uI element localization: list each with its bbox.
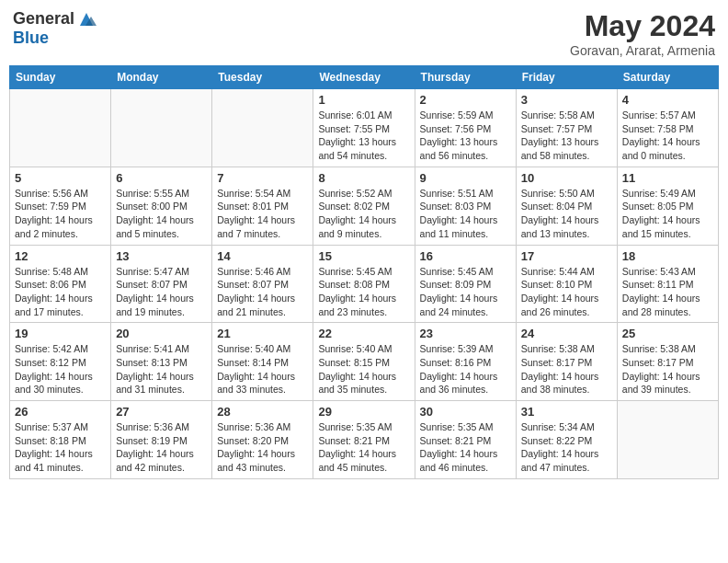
col-tuesday: Tuesday [212, 66, 313, 89]
calendar-week-row: 1Sunrise: 6:01 AMSunset: 7:55 PMDaylight… [10, 89, 719, 167]
day-number: 16 [420, 249, 511, 263]
day-info: Sunrise: 5:49 AMSunset: 8:05 PMDaylight:… [622, 187, 713, 241]
day-info: Sunrise: 5:44 AMSunset: 8:10 PMDaylight:… [521, 265, 612, 319]
day-info: Sunrise: 5:37 AMSunset: 8:18 PMDaylight:… [15, 420, 106, 475]
calendar-week-row: 5Sunrise: 5:56 AMSunset: 7:59 PMDaylight… [10, 167, 719, 245]
day-info: Sunrise: 5:36 AMSunset: 8:20 PMDaylight:… [217, 420, 308, 475]
logo-text-blue: Blue [13, 29, 97, 48]
table-row [111, 89, 212, 167]
day-info: Sunrise: 5:55 AMSunset: 8:00 PMDaylight:… [116, 187, 207, 241]
calendar-header-row: Sunday Monday Tuesday Wednesday Thursday… [10, 66, 719, 89]
day-info: Sunrise: 5:41 AMSunset: 8:13 PMDaylight:… [116, 342, 207, 396]
day-number: 10 [521, 171, 612, 185]
day-number: 22 [318, 327, 409, 340]
table-row: 6Sunrise: 5:55 AMSunset: 8:00 PMDaylight… [111, 167, 212, 245]
day-info: Sunrise: 5:38 AMSunset: 8:17 PMDaylight:… [521, 342, 612, 396]
table-row: 2Sunrise: 5:59 AMSunset: 7:56 PMDaylight… [415, 89, 516, 167]
col-thursday: Thursday [415, 66, 516, 89]
day-info: Sunrise: 5:57 AMSunset: 7:58 PMDaylight:… [622, 109, 713, 163]
day-info: Sunrise: 5:50 AMSunset: 8:04 PMDaylight:… [521, 187, 612, 241]
day-number: 2 [420, 93, 511, 107]
day-number: 18 [622, 249, 713, 263]
day-number: 7 [217, 171, 308, 185]
table-row: 4Sunrise: 5:57 AMSunset: 7:58 PMDaylight… [617, 89, 718, 167]
table-row: 8Sunrise: 5:52 AMSunset: 8:02 PMDaylight… [313, 167, 415, 245]
table-row: 12Sunrise: 5:48 AMSunset: 8:06 PMDayligh… [10, 245, 111, 323]
day-info: Sunrise: 5:45 AMSunset: 8:08 PMDaylight:… [318, 265, 409, 319]
day-info: Sunrise: 5:52 AMSunset: 8:02 PMDaylight:… [318, 187, 409, 241]
table-row: 19Sunrise: 5:42 AMSunset: 8:12 PMDayligh… [10, 323, 111, 401]
title-block: May 2024 Goravan, Ararat, Armenia [570, 9, 715, 58]
day-info: Sunrise: 6:01 AMSunset: 7:55 PMDaylight:… [318, 109, 409, 163]
day-info: Sunrise: 5:40 AMSunset: 8:15 PMDaylight:… [318, 342, 409, 396]
table-row: 29Sunrise: 5:35 AMSunset: 8:21 PMDayligh… [313, 401, 415, 479]
day-info: Sunrise: 5:47 AMSunset: 8:07 PMDaylight:… [116, 265, 207, 319]
day-number: 21 [217, 327, 308, 340]
table-row: 31Sunrise: 5:34 AMSunset: 8:22 PMDayligh… [516, 401, 617, 479]
day-number: 24 [521, 327, 612, 340]
col-sunday: Sunday [10, 66, 111, 89]
table-row: 23Sunrise: 5:39 AMSunset: 8:16 PMDayligh… [415, 323, 516, 401]
day-number: 15 [318, 249, 409, 263]
day-info: Sunrise: 5:56 AMSunset: 7:59 PMDaylight:… [15, 187, 106, 241]
day-number: 14 [217, 249, 308, 263]
day-number: 29 [318, 405, 409, 419]
table-row [10, 89, 111, 167]
day-number: 9 [420, 171, 511, 185]
table-row: 15Sunrise: 5:45 AMSunset: 8:08 PMDayligh… [313, 245, 415, 323]
table-row: 25Sunrise: 5:38 AMSunset: 8:17 PMDayligh… [617, 323, 718, 401]
table-row: 11Sunrise: 5:49 AMSunset: 8:05 PMDayligh… [617, 167, 718, 245]
day-number: 28 [217, 405, 308, 419]
table-row: 27Sunrise: 5:36 AMSunset: 8:19 PMDayligh… [111, 401, 212, 479]
day-number: 31 [521, 405, 612, 419]
day-info: Sunrise: 5:42 AMSunset: 8:12 PMDaylight:… [15, 342, 106, 396]
subtitle: Goravan, Ararat, Armenia [570, 43, 715, 58]
table-row: 14Sunrise: 5:46 AMSunset: 8:07 PMDayligh… [212, 245, 313, 323]
day-number: 8 [318, 171, 409, 185]
table-row: 28Sunrise: 5:36 AMSunset: 8:20 PMDayligh… [212, 401, 313, 479]
table-row: 26Sunrise: 5:37 AMSunset: 8:18 PMDayligh… [10, 401, 111, 479]
table-row: 13Sunrise: 5:47 AMSunset: 8:07 PMDayligh… [111, 245, 212, 323]
table-row: 17Sunrise: 5:44 AMSunset: 8:10 PMDayligh… [516, 245, 617, 323]
day-number: 27 [116, 405, 207, 419]
calendar-week-row: 12Sunrise: 5:48 AMSunset: 8:06 PMDayligh… [10, 245, 719, 323]
day-info: Sunrise: 5:34 AMSunset: 8:22 PMDaylight:… [521, 420, 612, 475]
day-info: Sunrise: 5:46 AMSunset: 8:07 PMDaylight:… [217, 265, 308, 319]
day-number: 12 [15, 249, 106, 263]
table-row: 5Sunrise: 5:56 AMSunset: 7:59 PMDaylight… [10, 167, 111, 245]
day-number: 20 [116, 327, 207, 340]
col-saturday: Saturday [617, 66, 718, 89]
table-row: 1Sunrise: 6:01 AMSunset: 7:55 PMDaylight… [313, 89, 415, 167]
day-info: Sunrise: 5:54 AMSunset: 8:01 PMDaylight:… [217, 187, 308, 241]
day-info: Sunrise: 5:39 AMSunset: 8:16 PMDaylight:… [420, 342, 511, 396]
table-row [212, 89, 313, 167]
table-row: 18Sunrise: 5:43 AMSunset: 8:11 PMDayligh… [617, 245, 718, 323]
day-info: Sunrise: 5:45 AMSunset: 8:09 PMDaylight:… [420, 265, 511, 319]
day-number: 3 [521, 93, 612, 107]
table-row: 20Sunrise: 5:41 AMSunset: 8:13 PMDayligh… [111, 323, 212, 401]
table-row: 24Sunrise: 5:38 AMSunset: 8:17 PMDayligh… [516, 323, 617, 401]
day-number: 19 [15, 327, 106, 340]
table-row: 22Sunrise: 5:40 AMSunset: 8:15 PMDayligh… [313, 323, 415, 401]
table-row: 3Sunrise: 5:58 AMSunset: 7:57 PMDaylight… [516, 89, 617, 167]
calendar-week-row: 19Sunrise: 5:42 AMSunset: 8:12 PMDayligh… [10, 323, 719, 401]
day-number: 11 [622, 171, 713, 185]
day-number: 25 [622, 327, 713, 340]
day-info: Sunrise: 5:35 AMSunset: 8:21 PMDaylight:… [318, 420, 409, 475]
day-number: 5 [15, 171, 106, 185]
day-info: Sunrise: 5:59 AMSunset: 7:56 PMDaylight:… [420, 109, 511, 163]
day-number: 30 [420, 405, 511, 419]
main-title: May 2024 [570, 9, 715, 43]
col-wednesday: Wednesday [313, 66, 415, 89]
logo: General Blue [13, 9, 97, 48]
page-header: General Blue May 2024 Goravan, Ararat, A… [9, 9, 719, 58]
day-info: Sunrise: 5:58 AMSunset: 7:57 PMDaylight:… [521, 109, 612, 163]
logo-text-general: General [13, 10, 74, 29]
day-number: 23 [420, 327, 511, 340]
day-number: 1 [318, 93, 409, 107]
day-info: Sunrise: 5:43 AMSunset: 8:11 PMDaylight:… [622, 265, 713, 319]
day-number: 4 [622, 93, 713, 107]
day-info: Sunrise: 5:40 AMSunset: 8:14 PMDaylight:… [217, 342, 308, 396]
day-info: Sunrise: 5:35 AMSunset: 8:21 PMDaylight:… [420, 420, 511, 475]
day-info: Sunrise: 5:36 AMSunset: 8:19 PMDaylight:… [116, 420, 207, 475]
